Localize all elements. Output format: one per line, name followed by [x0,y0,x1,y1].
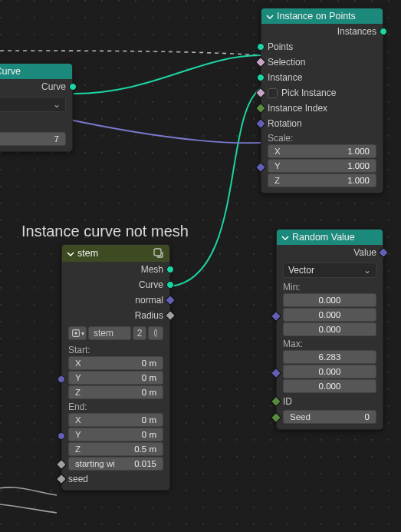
max-y-field[interactable]: 0.000 [283,365,376,378]
mode-dropdown[interactable]: t ⌄ [0,97,66,112]
end-z-field[interactable]: Z0.5 m [68,442,163,456]
field-value: 0.000 [319,325,341,334]
node-header[interactable]: Instance on Points [261,8,383,24]
end-x-field[interactable]: X0 m [68,413,163,427]
field-value: 0 m [142,415,156,425]
field-value: 0.000 [319,296,341,305]
output-mesh-row: Mesh [62,262,169,277]
output-curve-row: Curve [62,277,169,292]
socket-geometry-out[interactable] [380,28,387,35]
field-value: 0.000 [319,310,341,319]
min-z-field[interactable]: 0.000 [283,322,376,336]
output-radius-row: Radius [62,308,169,323]
socket-vector-in[interactable] [271,368,281,378]
node-title: stem [77,248,98,259]
socket-vector-out[interactable] [378,247,389,258]
socket-float-in[interactable] [56,474,67,484]
min-x-field[interactable]: 0.000 [283,293,376,307]
start-z-field[interactable]: Z0 m [68,385,163,399]
chevron-down-icon: ⌄ [363,265,371,276]
input-label: Selection [268,57,305,68]
start-label: Start: [62,343,169,355]
node-header[interactable]: ample Curve [0,64,72,79]
input-label: Instance [268,72,302,83]
count-field[interactable]: t 7 [0,132,66,146]
scale-x-field[interactable]: X 1.000 [268,144,376,158]
user-count-button[interactable]: 2 [133,326,146,340]
socket-int-in[interactable] [271,412,281,423]
input-points-row: Points [261,39,383,55]
start-x-field[interactable]: X0 m [68,356,163,370]
scale-y-field[interactable]: Y 1.000 [268,159,376,173]
input-seed-row: seed [62,471,169,487]
chevron-down-icon [266,12,274,20]
output-label: Curve [41,81,66,92]
socket-geometry-out[interactable] [69,83,77,91]
node-resample-curve[interactable]: ample Curve Curve t ⌄ n t 7 [0,63,73,152]
input-label: seed [68,474,88,484]
start-y-field[interactable]: Y0 m [68,371,163,385]
node-instance-on-points[interactable]: Instance on Points Instances Points Sele… [261,8,383,193]
output-curve-row: Curve [0,79,72,94]
seed-field[interactable]: Seed 0 [283,410,376,424]
output-label: normal [135,295,163,306]
output-label: Radius [135,310,163,321]
field-label: Z [274,176,280,185]
data-type-dropdown[interactable]: Vector ⌄ [283,263,376,278]
max-x-field[interactable]: 6.283 [283,350,376,364]
field-value: 0.015 [134,459,156,468]
output-label: Curve [139,279,163,290]
field-value: 0.5 m [134,444,156,454]
starting-width-field[interactable]: starting wi0.015 [68,457,163,471]
socket-vector-in[interactable] [58,432,65,440]
data-block-selector[interactable]: ▾ stem 2 [62,323,169,343]
output-label: Mesh [141,264,163,275]
data-block-icon[interactable]: ▾ [68,326,87,340]
field-label: X [75,415,81,425]
chevron-down-icon [281,233,289,241]
socket-float-out[interactable] [165,310,176,321]
node-header[interactable]: stem [62,245,169,262]
fake-user-button[interactable] [148,326,163,340]
socket-vector-in[interactable] [255,118,266,129]
node-random-value[interactable]: Random Value Value Vector ⌄ Min: 0.000 0… [276,229,383,430]
field-label: Y [274,161,281,170]
socket-bool-in[interactable] [255,57,266,68]
min-y-field[interactable]: 0.000 [283,308,376,322]
socket-int-in[interactable] [271,396,281,407]
max-label: Max: [277,337,383,349]
input-id-row: ID [277,394,383,409]
output-label: Instances [337,26,376,37]
field-value: 1.000 [347,161,370,170]
socket-float-in[interactable] [56,459,67,470]
socket-vector-out[interactable] [165,295,176,306]
node-stem[interactable]: stem Mesh Curve normal Radius ▾ stem 2 [61,244,170,491]
socket-geometry-in[interactable] [257,43,265,51]
socket-bool-in[interactable] [255,88,266,98]
socket-int-in[interactable] [255,103,266,114]
node-title: ample Curve [0,66,21,77]
output-value-row: Value [277,245,383,260]
scale-z-field[interactable]: Z 1.000 [268,173,376,187]
input-pick-instance-row: Pick Instance [261,85,383,101]
frame-label: Instance curve not mesh [21,223,189,240]
socket-geometry-in[interactable] [257,74,265,81]
pick-instance-checkbox[interactable] [268,88,278,98]
input-label: Points [268,41,293,52]
socket-vector-in[interactable] [255,162,266,173]
field-value: 0 [365,412,370,421]
dropdown-value: Vector [288,265,314,276]
socket-geometry-out[interactable] [166,281,174,289]
socket-vector-in[interactable] [271,311,281,322]
node-group-edit-icon[interactable] [153,247,165,259]
socket-geometry-out[interactable] [166,266,174,273]
node-title: Instance on Points [277,11,356,21]
field-label: Y [75,373,81,382]
node-header[interactable]: Random Value [277,230,383,245]
input-rotation-row: Rotation [261,116,383,131]
socket-vector-in[interactable] [58,375,65,383]
end-y-field[interactable]: Y0 m [68,428,163,441]
data-block-name[interactable]: stem [88,326,131,340]
max-z-field[interactable]: 0.000 [283,379,376,393]
input-label: Rotation [268,118,302,129]
